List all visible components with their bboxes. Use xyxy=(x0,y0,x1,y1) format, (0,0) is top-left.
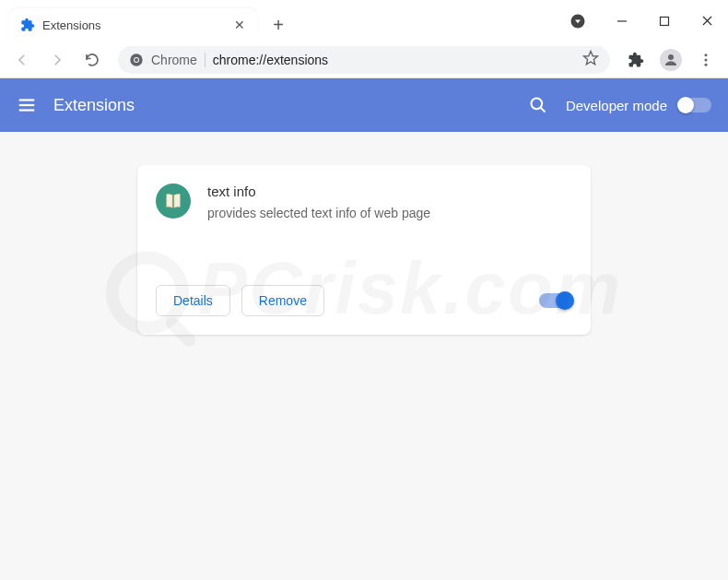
remove-button[interactable]: Remove xyxy=(241,285,324,316)
extension-card-body: text info provides selected text info of… xyxy=(156,183,572,285)
svg-line-16 xyxy=(540,108,545,112)
svg-point-9 xyxy=(705,53,708,56)
extension-info: text info provides selected text info of… xyxy=(207,183,572,285)
close-window-button[interactable] xyxy=(686,6,728,36)
svg-point-7 xyxy=(135,58,138,62)
profile-avatar[interactable] xyxy=(656,45,686,75)
book-icon xyxy=(156,183,191,219)
browser-toolbar: Chrome chrome://extensions xyxy=(0,41,728,78)
tab-title: Extensions xyxy=(42,18,225,32)
menu-kebab-icon[interactable] xyxy=(691,45,721,75)
svg-point-15 xyxy=(531,99,542,110)
details-button[interactable]: Details xyxy=(156,285,230,316)
toggle-knob xyxy=(677,97,694,113)
tab-strip: Extensions ✕ + xyxy=(0,0,564,41)
bookmark-star-icon[interactable] xyxy=(582,50,599,70)
minimize-button[interactable] xyxy=(601,6,643,36)
puzzle-icon xyxy=(20,18,35,32)
page-title: Extensions xyxy=(53,96,529,115)
browser-tab[interactable]: Extensions ✕ xyxy=(9,8,258,41)
toggle-knob xyxy=(556,291,574,310)
address-bar[interactable]: Chrome chrome://extensions xyxy=(118,46,610,74)
close-tab-icon[interactable]: ✕ xyxy=(232,18,247,32)
extension-card-footer: Details Remove xyxy=(156,285,572,316)
window-controls xyxy=(564,0,728,41)
account-spot-icon[interactable] xyxy=(564,7,592,35)
back-button[interactable] xyxy=(7,45,37,75)
svg-point-8 xyxy=(668,54,674,60)
omnibox-url: chrome://extensions xyxy=(213,53,328,67)
svg-point-10 xyxy=(705,58,708,61)
forward-button[interactable] xyxy=(42,45,72,75)
svg-rect-2 xyxy=(661,17,669,25)
extensions-icon[interactable] xyxy=(621,45,651,75)
extension-card: text info provides selected text info of… xyxy=(137,165,591,335)
extension-description: provides selected text info of web page xyxy=(207,205,572,223)
extension-enable-toggle[interactable] xyxy=(539,293,572,308)
avatar-icon xyxy=(660,49,682,71)
extensions-content: text info provides selected text info of… xyxy=(0,132,728,580)
window-titlebar: Extensions ✕ + xyxy=(0,0,728,41)
hamburger-menu-icon[interactable] xyxy=(17,95,37,115)
developer-mode-label: Developer mode xyxy=(566,98,667,113)
omnibox-text: Chrome chrome://extensions xyxy=(151,53,328,67)
svg-point-11 xyxy=(705,63,708,65)
omnibox-label: Chrome xyxy=(151,53,197,67)
extensions-page-header: Extensions Developer mode xyxy=(0,78,728,132)
maximize-button[interactable] xyxy=(643,6,686,36)
new-tab-button[interactable]: + xyxy=(265,12,291,38)
search-icon[interactable] xyxy=(529,96,547,114)
omnibox-separator xyxy=(205,53,205,67)
extension-name: text info xyxy=(207,183,572,199)
chrome-icon xyxy=(129,53,144,67)
reload-button[interactable] xyxy=(77,45,107,75)
developer-mode-toggle[interactable] xyxy=(678,98,711,112)
